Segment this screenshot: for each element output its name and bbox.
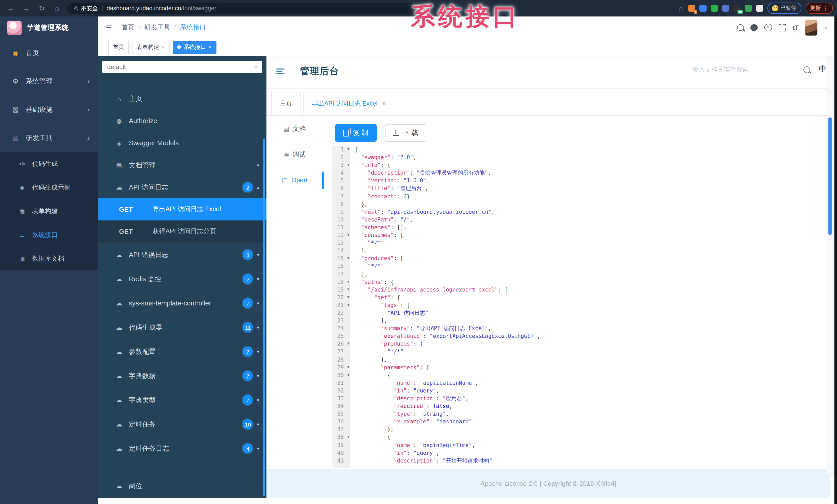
swagger-tag-item[interactable]: ☁API 错误日志3▾ [98,243,266,267]
github-icon[interactable] [750,24,758,31]
swagger-nav-item[interactable]: ▤文档管理▾ [98,154,266,176]
doc-search-field[interactable] [692,64,799,77]
operation-item[interactable]: GET获得API 访问日志分页 [98,221,266,243]
sidebar-subitem[interactable]: </>代码生成 [0,152,98,176]
swagger-nav-item[interactable]: ◈Swagger Models [98,132,266,154]
help-icon[interactable]: ? [764,24,772,32]
breadcrumb-item[interactable]: 首页 [121,23,134,32]
fold-arrow-icon[interactable]: ▼ [348,146,350,153]
doc-side-tab-open[interactable]: ▢Open [266,167,323,193]
breadcrumb-item[interactable]: 系统接口 [180,23,206,32]
sidebar-subitem[interactable]: ☰系统接口 [0,223,98,247]
download-button[interactable]: 下 载 [385,124,426,142]
swagger-tag-item[interactable]: ☁定时任务日志4▾ [98,436,266,461]
sidebar-item-label: 基础设施 [26,105,53,114]
line-number: 10 [333,216,350,224]
bookmark-star-icon[interactable]: ☆ [678,4,684,12]
count-badge: 7 [243,395,253,405]
hamburger-icon[interactable]: ☰ [105,23,112,32]
browser-back-icon[interactable]: ← [6,4,16,12]
fold-arrow-icon[interactable]: ▼ [348,301,350,309]
fold-arrow-icon[interactable]: ▼ [348,286,350,293]
sidebar-subitem[interactable]: ◈代码生成示例 [0,176,98,199]
view-tag[interactable]: 系统接口× [173,40,216,54]
sidebar-subitem[interactable]: ▥数据库文档 [0,247,98,270]
swagger-nav-item[interactable]: ◍Authorize [98,110,266,132]
close-tag-icon[interactable]: × [209,44,212,50]
font-size-icon[interactable]: tT [793,24,799,31]
sidebar-item[interactable]: ⚙系统管理▾ [0,67,98,95]
fold-arrow-icon[interactable]: ▼ [348,255,350,262]
page-scrollbar-thumb[interactable] [828,117,832,235]
swagger-tag-item[interactable]: ☁字典类型7▾ [98,388,266,412]
doc-tab[interactable]: 主页 [271,92,301,115]
sidebar-submenu: </>代码生成◈代码生成示例▦表单构建☰系统接口▥数据库文档 [0,152,98,270]
swagger-tag-item[interactable]: ☁sys-sms-template-controller7▾ [98,291,266,315]
code-line: "schemes": [], [355,224,824,231]
address-bar[interactable]: ⚠ 不安全 dashboard.yudao.iocoder.cn/tool/sw… [67,3,426,14]
swagger-tag-item[interactable]: ☁定时任务10▾ [98,412,266,436]
swagger-tag-item[interactable]: ☁Redis 监控2▾ [98,267,266,291]
code-line: "produces": [ [355,340,824,348]
extension-blue-grid-icon[interactable] [722,5,729,12]
fold-arrow-icon[interactable]: ▼ [348,363,350,371]
doc-side-tab-文档[interactable]: ▤文档 [266,116,323,142]
fold-arrow-icon[interactable]: ▼ [348,161,350,169]
update-browser-button[interactable]: 更新 ⋮ [805,3,833,14]
doc-search-input[interactable] [692,66,801,74]
download-label: 下 载 [403,128,418,137]
operation-item[interactable]: GET导出API 访问日志 Excel [98,198,266,221]
breadcrumb-item[interactable]: 研发工具 [144,23,170,32]
fullscreen-icon[interactable] [779,24,786,31]
fold-arrow-icon[interactable]: ▼ [348,433,350,441]
extension-orange-icon[interactable]: 1 [688,5,695,12]
extension-green-leaf-icon[interactable] [745,5,752,12]
json-editor[interactable]: 1▼23▼456789101112▼131415▼161718▼19▼20▼21… [333,146,824,468]
api-group-select[interactable]: default ▾ [102,61,262,73]
swagger-nav-item[interactable]: ☁API 访问日志2▴ [98,176,266,198]
app-header: ☰ 首页/研发工具/系统接口 ? tT ▾ [98,17,837,39]
extension-green-circle-icon[interactable] [711,5,718,12]
paused-extension-pill[interactable]: 已暂停 [767,3,801,14]
sidebar-item[interactable]: ▧基础设施▾ [0,95,98,124]
extension-white-star-icon[interactable] [756,5,763,12]
extension-dark-icon[interactable]: 6h [733,5,741,12]
fold-arrow-icon[interactable]: ▼ [348,340,350,348]
browser-menu-icon[interactable]: ⋮ [823,5,828,11]
view-tag-label: 首页 [113,43,124,51]
sidebar-item[interactable]: ▦研发工具▴ [0,124,98,152]
swagger-tag-item[interactable]: ☁代码生成器11▾ [98,315,266,339]
language-toggle-icon[interactable]: 中 [819,64,826,74]
view-tag[interactable]: 首页 [108,40,129,54]
sidebar-subitem[interactable]: ▦表单构建 [0,199,98,223]
app-logo-block[interactable]: 芋道管理系统 [0,17,98,39]
fold-arrow-icon[interactable]: ▼ [348,371,350,379]
copy-button[interactable]: 复 制 [335,124,376,142]
swagger-tag-item[interactable]: ☁字典数据7▾ [98,363,266,388]
doc-tab[interactable]: 导出API 访问日志 Excel✕ [303,92,395,115]
browser-reload-icon[interactable]: ↻ [37,4,47,12]
doc-side-tab-调试[interactable]: ◉调试 [266,142,323,167]
fold-arrow-icon[interactable]: ▼ [348,231,350,239]
doc-search-icon[interactable] [803,67,810,73]
browser-forward-icon[interactable]: → [22,4,31,12]
view-tag[interactable]: 表单构建× [132,40,170,54]
line-number: 29▼ [333,363,350,371]
cloud-icon: ☁ [114,445,124,452]
collapse-sidebar-icon[interactable] [276,69,285,75]
close-tag-icon[interactable]: × [162,44,165,50]
user-avatar[interactable] [805,20,818,36]
fold-arrow-icon[interactable]: ▼ [348,278,350,286]
browser-home-icon[interactable]: ⌂ [53,4,62,12]
close-tab-icon[interactable]: ✕ [382,100,386,107]
search-icon[interactable] [737,24,744,31]
avatar-caret-icon[interactable]: ▾ [824,25,827,30]
line-number: 23 [333,317,350,324]
sidebar-item[interactable]: ◉首页 [0,39,98,67]
swagger-tag-item[interactable]: ☁岗位 [98,474,266,498]
fold-arrow-icon[interactable]: ▼ [348,294,350,301]
extension-blue-drop-icon[interactable] [699,5,707,12]
swagger-tag-item[interactable]: ☁参数配置7▾ [98,339,266,363]
swagger-nav-item[interactable]: ⌂主页 [98,88,266,110]
security-warning-icon[interactable]: ⚠ [73,5,78,12]
